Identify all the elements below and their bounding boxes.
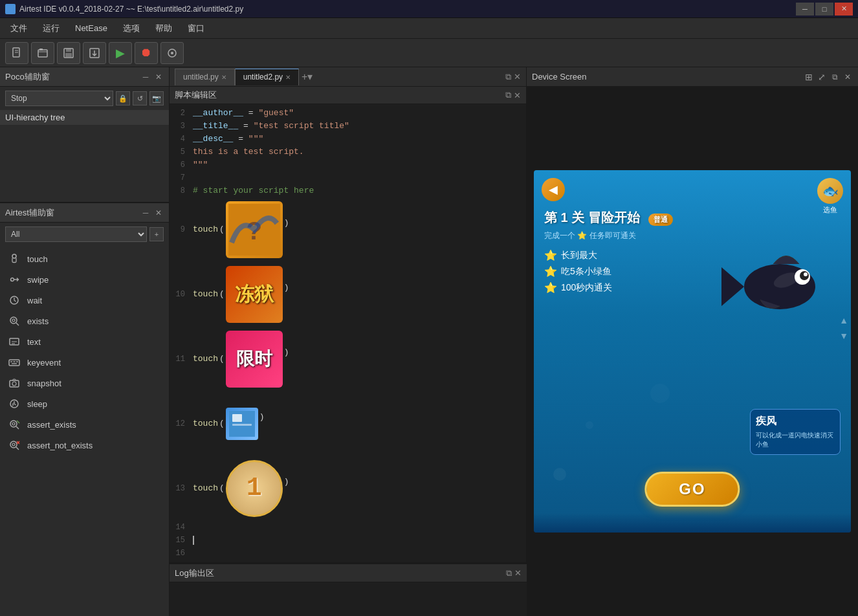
menu-item-run[interactable]: 运行 — [35, 20, 67, 37]
touch-icon — [8, 252, 21, 265]
editor-section-close-btn[interactable]: ✕ — [514, 89, 521, 101]
airtest-sleep-label: sleep — [27, 399, 47, 409]
svg-rect-22 — [14, 361, 16, 362]
device-fullscreen-btn[interactable]: ⤢ — [817, 72, 827, 82]
ui-hierarchy-label: UI-hierachy tree — [5, 113, 65, 122]
log-float-btn[interactable]: ⧉ — [506, 568, 512, 578]
poco-lock-btn[interactable]: 🔒 — [116, 91, 130, 105]
poco-panel-title: Poco辅助窗 — [5, 71, 50, 83]
editor-float-btn[interactable]: ⧉ — [505, 72, 511, 82]
open-file-button[interactable] — [31, 42, 54, 64]
code-image-4 — [226, 408, 258, 440]
device-grid-btn[interactable]: ⊞ — [804, 72, 814, 82]
stop-record-button[interactable]: ⏺ — [135, 42, 158, 64]
poco-select[interactable]: Stop — [5, 91, 113, 106]
scroll-up-indicator: ▲ — [839, 315, 848, 325]
main-layout: Poco辅助窗 ─ ✕ Stop 🔒 ↺ 📷 UI-hierachy tree — [0, 67, 858, 616]
airtest-item-exists[interactable]: exists — [0, 311, 169, 331]
right-resize-handle[interactable] — [855, 87, 858, 616]
editor-tabs: untitled.py ✕ untitled2.py ✕ + ▾ — [175, 69, 315, 85]
menu-item-window[interactable]: 窗口 — [180, 20, 212, 37]
poco-refresh-btn[interactable]: ↺ — [133, 91, 147, 105]
log-close-btn[interactable]: ✕ — [514, 568, 522, 578]
airtest-item-keyevent[interactable]: keyevent — [0, 352, 169, 373]
svg-rect-20 — [9, 360, 19, 366]
game-chapter-title: 第 1 关 冒险开始 普通 — [544, 209, 841, 226]
airtest-close-btn[interactable]: ✕ — [153, 208, 164, 218]
airtest-item-wait[interactable]: wait — [0, 290, 169, 311]
menu-item-netease[interactable]: NetEase — [67, 21, 115, 36]
poco-snapshot-btn[interactable]: 📷 — [149, 91, 164, 105]
assert-exists-icon — [8, 418, 21, 431]
airtest-item-touch[interactable]: touch — [0, 248, 169, 269]
save-file-button[interactable] — [57, 42, 80, 64]
airtest-exists-label: exists — [27, 316, 49, 326]
game-tasks: ⭐ 长到最大 ⭐ 吃5条小绿鱼 ⭐ 100秒内通关 — [544, 249, 841, 294]
code-area[interactable]: 2 __author__ = "guest" 3 __title__ = "te… — [170, 104, 526, 562]
airtest-assert-not-exists-label: assert_not_exists — [27, 441, 93, 450]
ui-hierarchy-row[interactable]: UI-hierachy tree — [0, 110, 169, 126]
menu-item-help[interactable]: 帮助 — [148, 20, 180, 37]
record-button[interactable] — [160, 42, 184, 64]
device-close-btn[interactable]: ✕ — [842, 72, 853, 82]
svg-rect-4 — [39, 49, 43, 50]
svg-rect-41 — [232, 424, 252, 426]
close-button[interactable]: ✕ — [835, 3, 853, 16]
game-subtitle: 完成一个 ⭐ 任务即可通关 — [544, 230, 841, 241]
svg-point-12 — [11, 278, 14, 281]
text-cursor — [193, 536, 194, 545]
menu-item-options[interactable]: 选项 — [115, 20, 148, 37]
airtest-item-assert-not-exists[interactable]: assert_not_exists — [0, 435, 169, 456]
code-line-12: 12 touch( ) — [170, 391, 526, 456]
game-screen: ◀ 🐟 选鱼 第 1 关 冒险开始 普通 完成一个 ⭐ 任务即 — [534, 170, 851, 533]
svg-rect-40 — [232, 414, 242, 422]
maximize-button[interactable]: □ — [815, 3, 833, 16]
editor-close-btn[interactable]: ✕ — [514, 72, 521, 82]
tab-untitled2[interactable]: untitled2.py ✕ — [235, 69, 299, 85]
airtest-toolbar: All + — [0, 223, 169, 246]
airtest-touch-label: touch — [27, 254, 48, 264]
go-button[interactable]: GO — [644, 472, 740, 507]
star-icon-3: ⭐ — [544, 281, 557, 294]
airtest-items-list: touch swipe wait — [0, 246, 169, 616]
svg-rect-6 — [66, 49, 71, 52]
tab-untitled-close[interactable]: ✕ — [221, 74, 226, 81]
device-screen-area: ◀ 🐟 选鱼 第 1 关 冒险开始 普通 完成一个 ⭐ 任务即 — [527, 87, 858, 616]
game-task-1: ⭐ 长到最大 — [544, 249, 841, 261]
tab-untitled2-close[interactable]: ✕ — [285, 74, 291, 81]
code-line-7: 7 — [170, 171, 526, 184]
airtest-assert-exists-label: assert_exists — [27, 420, 76, 430]
airtest-item-snapshot[interactable]: snapshot — [0, 373, 169, 393]
svg-rect-23 — [16, 361, 18, 362]
menu-item-file[interactable]: 文件 — [3, 20, 35, 37]
airtest-item-assert-exists[interactable]: assert_exists — [0, 414, 169, 435]
device-panel-title: Device Screen — [532, 72, 587, 82]
bottom-resize-handle[interactable] — [527, 613, 858, 616]
tab-untitled[interactable]: untitled.py ✕ — [175, 69, 235, 85]
export-button[interactable] — [83, 42, 106, 64]
normal-badge: 普通 — [648, 214, 673, 226]
device-float-btn[interactable]: ⧉ — [830, 72, 840, 82]
editor-section-float-btn[interactable]: ⧉ — [505, 89, 511, 101]
airtest-item-swipe[interactable]: swipe — [0, 269, 169, 290]
center-area: untitled.py ✕ untitled2.py ✕ + ▾ ⧉ ✕ — [170, 67, 527, 616]
add-tab-button[interactable]: + ▾ — [299, 69, 315, 85]
text-icon — [8, 335, 21, 348]
new-file-button[interactable] — [5, 42, 28, 64]
game-content: 第 1 关 冒险开始 普通 完成一个 ⭐ 任务即可通关 ⭐ 长到最大 — [534, 170, 851, 311]
poco-close-btn[interactable]: ✕ — [153, 72, 164, 82]
left-panel: Poco辅助窗 ─ ✕ Stop 🔒 ↺ 📷 UI-hierachy tree — [0, 67, 170, 616]
airtest-item-sleep[interactable]: sleep — [0, 393, 169, 414]
airtest-minimize-btn[interactable]: ─ — [140, 208, 151, 218]
code-image-1: ? — [226, 201, 283, 258]
airtest-item-text[interactable]: text — [0, 331, 169, 352]
airtest-filter-select[interactable]: All — [5, 226, 147, 242]
poco-minimize-btn[interactable]: ─ — [140, 72, 151, 82]
poco-panel-controls: ─ ✕ — [140, 72, 164, 82]
minimize-button[interactable]: ─ — [796, 3, 814, 16]
code-line-15: 15 — [170, 534, 526, 547]
svg-point-28 — [10, 421, 17, 427]
play-button[interactable]: ▶ — [109, 42, 132, 64]
airtest-add-btn[interactable]: + — [149, 227, 164, 241]
fish-card: 疾风 可以化成一道闪电快速消灭小鱼 — [750, 409, 841, 455]
